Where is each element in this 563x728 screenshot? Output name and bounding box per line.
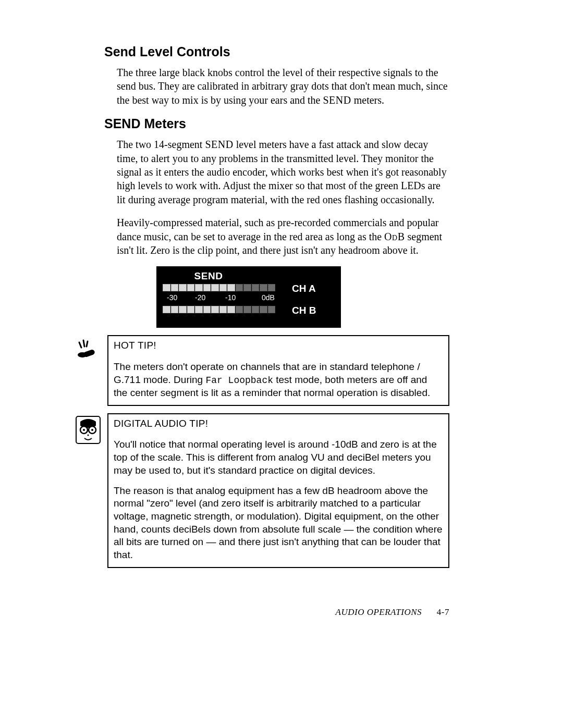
scale-label: 0dB [262,293,275,302]
send-meter-figure: SEND CH A CH B -30 -20 -10 0dB [156,266,341,328]
heading-send-level-controls: Send Level Controls [104,44,449,59]
tip-title: DIGITAL AUDIO TIP! [114,417,443,430]
svg-rect-1 [83,349,95,358]
meter-bar-b [163,306,275,313]
paragraph: The three large black knobs control the … [104,66,449,107]
digital-audio-tip-row: DIGITAL AUDIO TIP! You'll notice that no… [75,413,449,568]
flashlight-icon [75,335,101,361]
paragraph: Heavily-compressed material, such as pre… [104,216,449,257]
meter-bar-a [163,284,275,291]
hot-tip-row: HOT TIP! The meters don't operate on cha… [75,335,449,405]
tip-paragraph: You'll notice that normal operating leve… [114,438,443,477]
page-footer: AUDIO OPERATIONS 4-7 [336,607,449,618]
paragraph: The two 14-segment SEND level meters hav… [104,138,449,206]
svg-point-7 [91,429,93,431]
nerd-face-icon [75,413,101,445]
mono-far-loopback: Far Loopback [205,375,273,386]
smallcaps-odb: OdB [384,231,405,242]
scale-label: -30 [167,293,177,302]
meter-title: SEND [156,270,261,282]
hot-tip-box: HOT TIP! The meters don't operate on cha… [107,335,449,405]
footer-section-label: AUDIO OPERATIONS [336,607,422,617]
smallcaps-send: SEND [323,94,351,106]
heading-send-meters: SEND Meters [104,116,449,131]
meter-channel-b-label: CH B [292,305,316,316]
scale-label: -20 [195,293,205,302]
footer-page-number: 4-7 [437,607,449,617]
smallcaps-send: SEND [205,139,233,150]
svg-point-6 [83,429,85,431]
scale-label: -10 [225,293,236,302]
text: The three large black knobs control the … [117,67,448,106]
svg-point-8 [88,434,89,436]
tip-paragraph: The meters don't operate on channels tha… [114,361,443,400]
text: The two 14-segment [117,139,205,150]
digital-audio-tip-box: DIGITAL AUDIO TIP! You'll notice that no… [107,413,449,568]
tip-title: HOT TIP! [114,339,443,352]
text: meters. [351,94,384,106]
meter-channel-a-label: CH A [292,283,316,294]
tip-paragraph: The reason is that analog equipment has … [114,485,443,562]
